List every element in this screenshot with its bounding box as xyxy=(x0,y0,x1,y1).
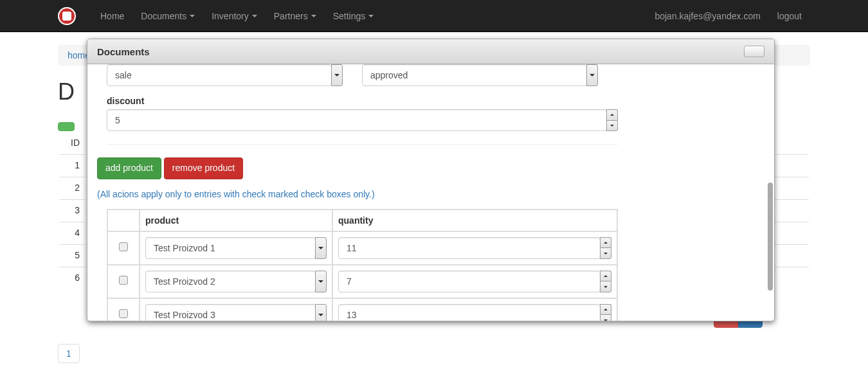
quantity-input[interactable] xyxy=(338,271,601,292)
nav-documents-label: Documents xyxy=(141,11,186,21)
quantity-spinner[interactable] xyxy=(600,271,611,292)
caret-icon xyxy=(311,15,316,17)
col-product: product xyxy=(140,210,332,231)
row-checkbox[interactable] xyxy=(119,242,128,251)
status-select[interactable] xyxy=(362,64,587,86)
product-select-toggle[interactable] xyxy=(315,304,327,321)
col-quantity: quantity xyxy=(332,210,617,231)
product-row xyxy=(107,298,617,321)
dialog-title: Documents xyxy=(97,46,150,57)
product-row xyxy=(107,265,617,298)
row-checkbox[interactable] xyxy=(119,309,128,318)
product-select[interactable] xyxy=(145,271,316,292)
quantity-input[interactable] xyxy=(338,304,601,321)
caret-icon xyxy=(252,15,257,17)
dialog-scrollbar[interactable] xyxy=(768,183,773,291)
product-select-toggle[interactable] xyxy=(315,271,327,292)
nav-settings-label: Settings xyxy=(333,11,366,21)
page-1[interactable]: 1 xyxy=(58,344,80,363)
nav-documents[interactable]: Documents xyxy=(132,1,203,31)
documents-dialog: Documents discount xyxy=(87,39,775,321)
col-check xyxy=(107,210,140,231)
product-table: product quantity xyxy=(107,209,618,321)
navbar: Home Documents Inventory Partners Settin… xyxy=(0,0,868,32)
row-checkbox[interactable] xyxy=(119,276,128,285)
nav-settings[interactable]: Settings xyxy=(325,1,383,31)
product-row xyxy=(107,231,617,265)
caret-icon xyxy=(190,15,195,17)
nav-user-email[interactable]: bojan.kajfes@yandex.com xyxy=(646,1,768,31)
quantity-spinner[interactable] xyxy=(600,304,611,321)
nav-logout[interactable]: logout xyxy=(769,1,810,31)
nav-inventory-label: Inventory xyxy=(212,11,249,21)
type-select-toggle[interactable] xyxy=(331,64,343,86)
product-select[interactable] xyxy=(145,237,316,259)
product-select-toggle[interactable] xyxy=(315,237,327,259)
col-id: ID xyxy=(59,132,85,153)
quantity-spinner[interactable] xyxy=(600,237,611,259)
quantity-input[interactable] xyxy=(338,237,601,259)
dialog-header: Documents xyxy=(87,39,774,64)
type-select[interactable] xyxy=(107,64,332,86)
discount-input[interactable] xyxy=(107,109,607,131)
add-product-button[interactable]: add product xyxy=(97,157,161,179)
dialog-body: discount add product remove product (All… xyxy=(87,64,774,321)
brand-logo[interactable] xyxy=(58,7,76,25)
remove-product-button[interactable]: remove product xyxy=(164,157,243,179)
dialog-close-button[interactable] xyxy=(744,46,764,57)
discount-label: discount xyxy=(107,96,618,106)
new-button[interactable] xyxy=(58,122,75,131)
pagination: 1 xyxy=(58,344,80,363)
help-text: (All acions apply only to entries with c… xyxy=(97,189,764,199)
nav-inventory[interactable]: Inventory xyxy=(203,1,266,31)
nav-home[interactable]: Home xyxy=(92,1,132,31)
product-select[interactable] xyxy=(145,304,316,321)
discount-spinner[interactable] xyxy=(606,109,618,131)
nav-partners-label: Partners xyxy=(274,11,308,21)
caret-icon xyxy=(368,15,374,17)
nav-partners[interactable]: Partners xyxy=(266,1,325,31)
status-select-toggle[interactable] xyxy=(586,64,598,86)
